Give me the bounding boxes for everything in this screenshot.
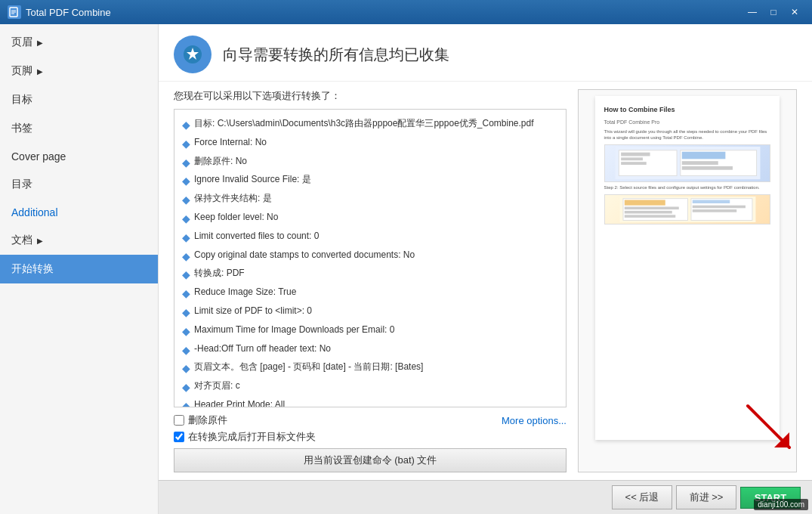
list-item-text: Keep folder level: No — [194, 209, 278, 224]
create-bat-button[interactable]: 用当前设置创建命令 (bat) 文件 — [174, 448, 567, 472]
svg-rect-21 — [692, 200, 729, 203]
svg-rect-18 — [624, 206, 678, 209]
list-item: ◆Ignore Invalid Source File: 是 — [182, 172, 558, 190]
bullet-icon: ◆ — [182, 191, 190, 209]
open-folder-label: 在转换完成后打开目标文件夹 — [188, 430, 316, 444]
preview-screenshot-1 — [604, 144, 771, 182]
list-item: ◆Force Internal: No — [182, 135, 558, 153]
svg-rect-9 — [681, 162, 718, 166]
content-body: 您现在可以采用以下选项进行转换了： ◆目标: C:\Users\admin\Do… — [159, 82, 812, 480]
list-item-text: Ignore Invalid Source File: 是 — [194, 172, 311, 187]
bullet-icon: ◆ — [182, 172, 190, 190]
sidebar-item-additional[interactable]: Additional — [0, 199, 158, 226]
svg-rect-13 — [621, 163, 647, 166]
svg-rect-8 — [681, 152, 725, 159]
list-item: ◆保持文件夹结构: 是 — [182, 190, 558, 209]
back-button[interactable]: << 后退 — [612, 485, 672, 509]
svg-rect-11 — [621, 153, 650, 156]
list-item-text: Header Print Mode: All — [194, 397, 285, 407]
more-options-link[interactable]: More options... — [502, 415, 567, 426]
list-item-text: 目标: C:\Users\admin\Documents\h3c路由器pppoe… — [194, 116, 534, 131]
maximize-button[interactable]: □ — [764, 5, 783, 20]
sidebar-item-toc[interactable]: 目录 — [0, 170, 158, 199]
list-item-text: Reduce Image Size: True — [194, 284, 296, 299]
svg-rect-22 — [692, 205, 745, 208]
list-item: ◆转换成: PDF — [182, 265, 558, 284]
bottom-bar: << 后退 前进 >> START — [159, 480, 812, 514]
red-arrow — [740, 398, 801, 461]
sidebar-item-header[interactable]: 页眉▶ — [0, 28, 158, 57]
list-item: ◆页眉文本。包含 [page] - 页码和 [date] - 当前日期: [Ba… — [182, 359, 558, 378]
list-item-text: 页眉文本。包含 [page] - 页码和 [date] - 当前日期: [Bat… — [194, 359, 423, 374]
list-item: ◆删除原件: No — [182, 153, 558, 172]
list-item: ◆目标: C:\Users\admin\Documents\h3c路由器pppo… — [182, 116, 558, 135]
list-item-text: -Head:Off Turn off header text: No — [194, 341, 331, 356]
next-button[interactable]: 前进 >> — [676, 485, 736, 509]
preview-title: How to Combine Files — [604, 105, 771, 115]
open-folder-checkbox[interactable]: 在转换完成后打开目标文件夹 — [174, 430, 567, 444]
delete-original-checkbox[interactable]: 删除原件 — [174, 413, 227, 427]
list-item: ◆对齐页眉: c — [182, 378, 558, 397]
list-item: ◆Limit converted files to count: 0 — [182, 228, 558, 247]
arrow-icon: ▶ — [37, 39, 43, 47]
list-item-text: 转换成: PDF — [194, 265, 245, 280]
options-row: 删除原件 More options... — [174, 413, 567, 427]
list-item: ◆Copy original date stamps to converted … — [182, 247, 558, 266]
bullet-icon: ◆ — [182, 248, 190, 266]
left-panel: 您现在可以采用以下选项进行转换了： ◆目标: C:\Users\admin\Do… — [174, 89, 567, 472]
info-box[interactable]: ◆目标: C:\Users\admin\Documents\h3c路由器pppo… — [174, 109, 567, 407]
list-item: ◆-Head:Off Turn off header text: No — [182, 341, 558, 360]
wizard-icon — [174, 36, 211, 73]
content-area: 向导需要转换的所有信息均已收集 您现在可以采用以下选项进行转换了： ◆目标: C… — [159, 24, 812, 514]
sidebar: 页眉▶页脚▶目标书签Cover page目录Additional文档▶开始转换 — [0, 24, 159, 514]
right-panel: How to Combine Files Total PDF Combine P… — [578, 89, 797, 472]
preview-subtitle: Total PDF Combine Pro — [604, 119, 771, 126]
sidebar-item-document[interactable]: 文档▶ — [0, 226, 158, 255]
list-item-text: 对齐页眉: c — [194, 378, 240, 393]
open-folder-input[interactable] — [174, 432, 184, 442]
minimize-button[interactable]: — — [743, 5, 762, 20]
bullet-icon: ◆ — [182, 210, 190, 228]
list-item: ◆Maximum Time for Image Downloads per Em… — [182, 322, 558, 341]
list-item-text: 保持文件夹结构: 是 — [194, 190, 272, 206]
bullet-icon: ◆ — [182, 342, 190, 360]
arrow-icon: ▶ — [37, 237, 43, 245]
watermark: dianji100.com — [754, 499, 808, 510]
close-button[interactable]: ✕ — [785, 5, 804, 20]
bullet-icon: ◆ — [182, 135, 190, 153]
delete-original-input[interactable] — [174, 415, 184, 426]
sidebar-item-target[interactable]: 目标 — [0, 85, 158, 114]
sidebar-item-start[interactable]: 开始转换 — [0, 255, 158, 283]
sidebar-item-footer[interactable]: 页脚▶ — [0, 57, 158, 85]
sidebar-item-coverpage[interactable]: Cover page — [0, 143, 158, 170]
list-item: ◆Header Print Mode: All — [182, 397, 558, 407]
list-item: ◆Limit size of PDF to <limit>: 0 — [182, 303, 558, 322]
svg-rect-20 — [624, 215, 675, 218]
sidebar-item-bookmark[interactable]: 书签 — [0, 114, 158, 143]
preview-text-1: This wizard will guide you through all t… — [604, 129, 771, 141]
arrow-icon: ▶ — [37, 67, 43, 76]
list-item: ◆Keep folder level: No — [182, 209, 558, 228]
list-item: ◆Reduce Image Size: True — [182, 284, 558, 303]
list-item-text: Limit converted files to count: 0 — [194, 228, 319, 243]
bullet-icon: ◆ — [182, 323, 190, 341]
bullet-icon: ◆ — [182, 266, 190, 284]
bullet-icon: ◆ — [182, 154, 190, 172]
open-folder-row: 在转换完成后打开目标文件夹 — [174, 430, 567, 444]
svg-rect-17 — [624, 200, 665, 205]
app-title: Total PDF Combine — [26, 7, 743, 18]
bullet-icon: ◆ — [182, 360, 190, 378]
svg-rect-10 — [681, 166, 732, 170]
list-item-text: Maximum Time for Image Downloads per Ema… — [194, 322, 394, 337]
list-item-text: Force Internal: No — [194, 135, 267, 150]
list-item-text: 删除原件: No — [194, 153, 247, 169]
preview-screenshot-2 — [604, 194, 771, 224]
list-item-text: Copy original date stamps to converted d… — [194, 247, 415, 262]
bullet-icon: ◆ — [182, 229, 190, 247]
app-icon — [8, 5, 21, 19]
preview-page: How to Combine Files Total PDF Combine P… — [595, 96, 780, 440]
titlebar: Total PDF Combine — □ ✕ — [0, 0, 812, 24]
subtitle-text: 您现在可以采用以下选项进行转换了： — [174, 89, 567, 103]
page-title: 向导需要转换的所有信息均已收集 — [223, 45, 449, 65]
svg-rect-19 — [624, 211, 672, 214]
